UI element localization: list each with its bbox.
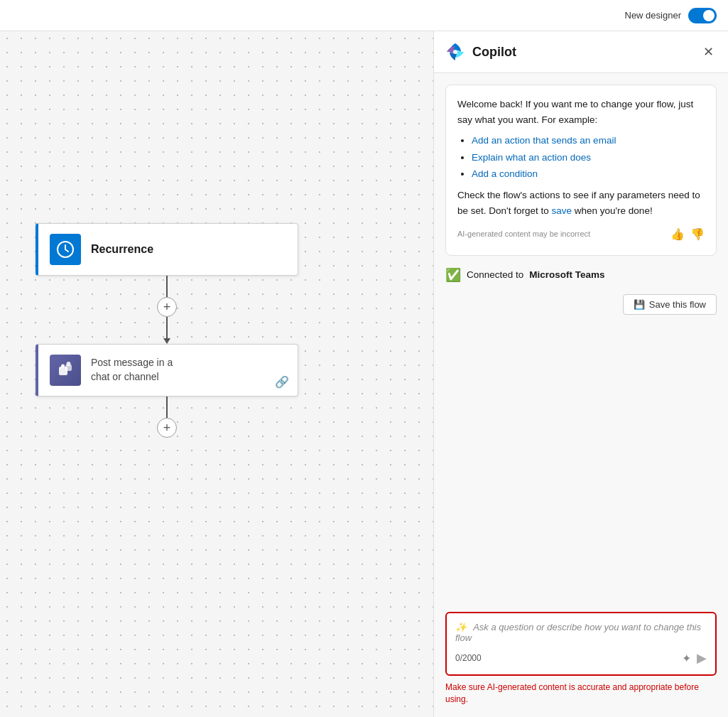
followup-done: when you're done! — [575, 205, 653, 216]
connected-label: Connected to — [467, 269, 523, 280]
add-step-btn-2[interactable]: + — [157, 418, 177, 438]
connector-1: + — [157, 276, 177, 344]
teams-icon — [50, 355, 81, 386]
line-3 — [166, 397, 168, 418]
connected-status: ✅ Connected to Microsoft Teams — [445, 264, 717, 286]
disclaimer-text: Make sure AI-generated content is accura… — [445, 681, 717, 706]
example-link-3[interactable]: Add a condition — [472, 168, 538, 179]
teams-node[interactable]: Post message in a chat or channel 🔗 — [36, 344, 298, 397]
example-item-3: Add a condition — [472, 166, 705, 182]
copilot-input-area: ✨ Ask a question or describe how you wan… — [434, 605, 728, 717]
spark-button[interactable]: ✦ — [682, 652, 691, 665]
arrow-1 — [163, 338, 170, 344]
spark-icon-inline: ✨ — [455, 622, 467, 632]
svg-point-6 — [61, 365, 65, 368]
example-link-1[interactable]: Add an action that sends an email — [472, 135, 616, 146]
save-icon: 💾 — [634, 299, 645, 310]
message-followup: Check the flow's actions to see if any p… — [457, 188, 705, 218]
svg-point-5 — [67, 362, 71, 366]
example-item-2: Explain what an action does — [472, 150, 705, 166]
recurrence-node[interactable]: Recurrence — [36, 223, 298, 276]
svg-point-7 — [453, 50, 457, 54]
example-item-1: Add an action that sends an email — [472, 133, 705, 149]
recurrence-title: Recurrence — [91, 243, 153, 256]
flow-container: Recurrence + — [36, 223, 298, 438]
new-designer-label: New designer — [625, 10, 682, 21]
message-footer: AI-generated content may be incorrect 👍 … — [457, 225, 705, 244]
char-count: 0/2000 — [455, 653, 482, 663]
followup-dont: Don't forget to — [489, 205, 551, 216]
thumbs-down-icon[interactable]: 👎 — [690, 225, 705, 244]
placeholder-text: Ask a question or describe how you want … — [455, 622, 701, 643]
copilot-body: Welcome back! If you want me to change y… — [434, 73, 728, 605]
thumbs-up-icon[interactable]: 👍 — [670, 225, 685, 244]
input-actions: ✦ ▶ — [682, 650, 707, 666]
check-icon: ✅ — [445, 267, 461, 283]
save-flow-label: Save this flow — [649, 299, 706, 310]
new-designer-toggle[interactable] — [688, 8, 717, 23]
line-1 — [166, 276, 168, 297]
copilot-input-box[interactable]: ✨ Ask a question or describe how you wan… — [445, 612, 717, 676]
copilot-logo-icon — [445, 42, 465, 62]
examples-list: Add an action that sends an email Explai… — [472, 133, 705, 182]
copilot-title-area: Copilot — [445, 42, 516, 62]
copilot-header: Copilot ✕ — [434, 31, 728, 73]
save-link[interactable]: save — [551, 205, 572, 216]
line-2 — [166, 317, 168, 338]
teams-title-line1: Post message in a — [91, 356, 173, 370]
connector-2: + — [157, 397, 177, 438]
teams-title-area: Post message in a chat or channel — [91, 356, 173, 384]
teams-title-line2: chat or channel — [91, 370, 173, 384]
copilot-panel: Copilot ✕ Welcome back! If you want me t… — [433, 31, 728, 717]
top-bar: New designer — [0, 0, 728, 31]
copilot-title-text: Copilot — [472, 45, 516, 60]
svg-line-2 — [65, 249, 68, 252]
ai-disclaimer: AI-generated content may be incorrect — [457, 228, 590, 241]
welcome-message-bubble: Welcome back! If you want me to change y… — [445, 85, 717, 256]
connected-service: Microsoft Teams — [529, 269, 604, 280]
send-button[interactable]: ▶ — [697, 650, 707, 666]
copilot-close-button[interactable]: ✕ — [700, 41, 717, 63]
feedback-icons: 👍 👎 — [670, 225, 705, 244]
add-step-btn-1[interactable]: + — [157, 297, 177, 317]
save-flow-button[interactable]: 💾 Save this flow — [623, 294, 717, 315]
input-placeholder-text: ✨ Ask a question or describe how you wan… — [455, 622, 707, 643]
message-intro: Welcome back! If you want me to change y… — [457, 97, 705, 127]
main-content: Recurrence + — [0, 31, 728, 717]
link-icon: 🔗 — [275, 375, 289, 389]
save-btn-container: 💾 Save this flow — [445, 294, 717, 315]
canvas-area: Recurrence + — [0, 31, 433, 717]
example-link-2[interactable]: Explain what an action does — [472, 152, 591, 163]
input-footer: 0/2000 ✦ ▶ — [455, 650, 707, 666]
recurrence-icon — [50, 234, 81, 265]
